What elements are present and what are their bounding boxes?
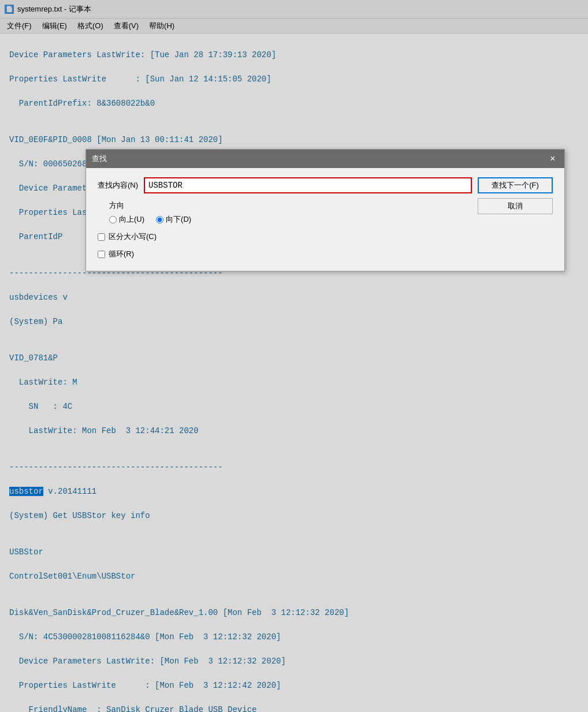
loop-label[interactable]: 循环(R) (109, 249, 134, 259)
loop-row[interactable]: 循环(R) (98, 249, 472, 259)
dialog-overlay (0, 0, 588, 712)
dialog-title-text: 查找 (92, 154, 107, 164)
direction-options: 向上(U) 向下(D) (109, 214, 472, 225)
direction-up-label: 向上(U) (119, 214, 144, 225)
dialog-right-panel: 查找下一个(F) 取消 (478, 177, 553, 259)
dialog-close-button[interactable]: × (547, 153, 559, 165)
direction-up-radio[interactable] (109, 216, 117, 223)
direction-down-radio[interactable] (156, 216, 163, 223)
find-next-button[interactable]: 查找下一个(F) (478, 177, 553, 193)
dialog-title-bar: 查找 × (86, 150, 564, 168)
direction-down-label: 向下(D) (166, 214, 191, 225)
direction-down-option[interactable]: 向下(D) (156, 214, 191, 225)
direction-label: 方向 (109, 200, 472, 211)
dialog-left-panel: 查找内容(N) 方向 向上(U) 向下(D) (98, 177, 472, 259)
case-sensitive-label[interactable]: 区分大小写(C) (109, 232, 157, 242)
search-input[interactable] (144, 177, 472, 193)
cancel-button[interactable]: 取消 (478, 198, 553, 214)
direction-group: 方向 向上(U) 向下(D) (109, 200, 472, 225)
dialog-body: 查找内容(N) 方向 向上(U) 向下(D) (86, 168, 564, 271)
case-sensitive-row[interactable]: 区分大小写(C) (98, 232, 472, 242)
find-dialog: 查找 × 查找内容(N) 方向 向上(U) (85, 149, 565, 271)
loop-checkbox[interactable] (98, 251, 105, 258)
direction-up-option[interactable]: 向上(U) (109, 214, 144, 225)
search-row: 查找内容(N) (98, 177, 472, 193)
case-sensitive-checkbox[interactable] (98, 233, 105, 241)
search-label: 查找内容(N) (98, 180, 138, 191)
